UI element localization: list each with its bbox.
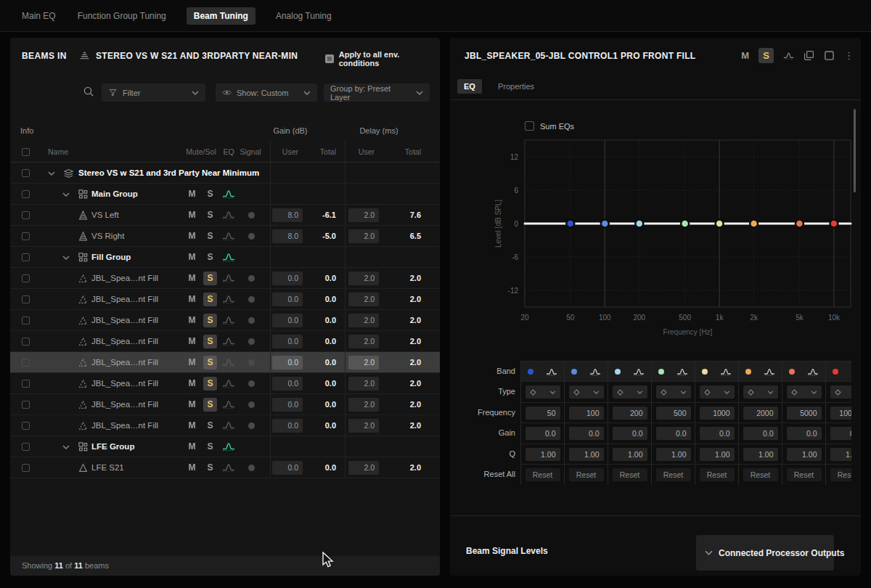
beam-signal-levels-label[interactable]: Beam Signal Levels (466, 546, 548, 556)
band-gain-input[interactable]: 0.0 (569, 427, 604, 440)
table-row-beam[interactable]: JBL_Spea…nt FillMS0.00.02.02.0 (10, 331, 440, 352)
table-row-beam[interactable]: JBL_Spea…nt FillMS0.00.02.02.0 (10, 373, 440, 394)
solo-button[interactable]: S (203, 377, 217, 391)
mute-button[interactable]: M (185, 440, 199, 454)
eq-curve-icon[interactable] (222, 378, 235, 388)
delay-user-input[interactable]: 2.0 (348, 335, 379, 348)
chevron-down-icon[interactable] (62, 192, 70, 197)
delay-user-input[interactable]: 2.0 (348, 293, 379, 306)
solo-button[interactable]: S (203, 419, 217, 433)
chevron-down-icon[interactable] (62, 445, 70, 449)
band-reset-button[interactable]: Reset (743, 468, 778, 481)
solo-button[interactable]: S (203, 229, 217, 243)
eq-curve-icon[interactable] (222, 189, 235, 199)
eq-curve-icon[interactable] (222, 273, 235, 283)
band-q-input[interactable]: 1.00 (787, 448, 822, 461)
connected-processor-outputs-button[interactable]: Connected Processor Outputs (696, 535, 834, 571)
nav-tab-analog-tuning[interactable]: Analog Tuning (274, 7, 333, 25)
mute-button[interactable]: M (185, 335, 199, 348)
eq-curve-icon[interactable] (222, 357, 235, 367)
nav-tab-function-group-tuning[interactable]: Function Group Tuning (76, 7, 168, 25)
band-gain-input[interactable]: 0.0 (700, 427, 735, 440)
reset-all-label[interactable]: Reset All (450, 464, 515, 485)
band-frequency-input[interactable]: 2000 (743, 407, 778, 420)
row-checkbox[interactable] (22, 274, 30, 282)
delay-user-input[interactable]: 2.0 (348, 398, 379, 412)
eq-curve-icon[interactable] (222, 231, 235, 241)
delay-user-input[interactable]: 2.0 (348, 419, 379, 433)
band-type-dropdown[interactable] (613, 385, 647, 399)
eq-curve-icon[interactable] (222, 252, 235, 262)
mute-button[interactable]: M (741, 50, 749, 61)
solo-button[interactable]: S (203, 440, 217, 454)
window-icon[interactable] (824, 50, 835, 61)
band-gain-input[interactable]: 0.0 (743, 427, 778, 440)
band-q-input[interactable]: 1.00 (526, 448, 560, 461)
show-dropdown[interactable]: Show: Custom (216, 83, 317, 102)
eq-curve-icon[interactable] (222, 420, 235, 430)
select-all-checkbox[interactable] (22, 148, 30, 156)
band-q-input[interactable]: 1.00 (656, 448, 691, 461)
band-gain-input[interactable]: 0.0 (656, 427, 691, 440)
mute-button[interactable]: M (185, 377, 199, 391)
gain-user-input[interactable]: 0.0 (272, 398, 303, 412)
solo-button[interactable]: S (203, 461, 217, 475)
band-reset-button[interactable]: Reset (700, 468, 735, 481)
mute-button[interactable]: M (185, 187, 199, 201)
eq-curve-icon[interactable] (222, 441, 235, 452)
mute-button[interactable]: M (185, 314, 199, 327)
mute-button[interactable]: M (185, 356, 199, 369)
band-select-button[interactable] (739, 362, 782, 382)
table-row-beam[interactable]: VS LeftMS8.0-6.12.07.6 (10, 205, 440, 226)
solo-button[interactable]: S (203, 250, 217, 264)
nav-tab-beam-tuning[interactable]: Beam Tuning (187, 7, 255, 25)
band-q-input[interactable]: 1.00 (743, 448, 778, 461)
band-reset-button[interactable]: Reset (656, 468, 691, 481)
row-checkbox[interactable] (22, 317, 30, 324)
copy-icon[interactable] (803, 50, 814, 61)
band-select-button[interactable] (782, 362, 825, 382)
mute-button[interactable]: M (185, 250, 199, 264)
delay-user-input[interactable]: 2.0 (348, 461, 379, 475)
solo-button[interactable]: S (203, 314, 217, 327)
band-type-dropdown[interactable] (700, 385, 735, 399)
table-row-beam[interactable]: JBL_Spea…nt FillMS0.00.02.02.0 (10, 394, 440, 415)
band-gain-input[interactable]: 0.0 (526, 427, 560, 440)
eq-curve-icon[interactable] (783, 50, 794, 61)
sum-eqs-checkbox[interactable] (525, 121, 534, 131)
band-frequency-input[interactable]: 50 (526, 407, 560, 420)
filter-input[interactable]: Filter (102, 83, 205, 102)
mute-button[interactable]: M (185, 419, 199, 433)
table-row-beam[interactable]: JBL_Spea…nt FillMS0.00.02.02.0 (10, 310, 440, 331)
scrollbar[interactable] (854, 109, 856, 192)
solo-button[interactable]: S (203, 356, 217, 369)
band-frequency-input[interactable]: 10000 (830, 407, 852, 420)
delay-user-input[interactable]: 2.0 (348, 271, 379, 285)
eq-curve-icon[interactable] (222, 294, 235, 304)
row-checkbox[interactable] (22, 169, 30, 177)
band-type-dropdown[interactable] (787, 385, 822, 399)
band-reset-button[interactable]: Reset (526, 468, 560, 481)
band-frequency-input[interactable]: 5000 (787, 407, 822, 420)
table-row-beam[interactable]: VS RightMS8.0-5.02.06.5 (10, 226, 440, 247)
band-q-input[interactable]: 1.00 (700, 448, 735, 461)
band-reset-button[interactable]: Reset (830, 468, 852, 481)
table-row-beam[interactable]: LFE S21MS0.00.02.02.0 (10, 457, 440, 478)
band-q-input[interactable]: 1.00 (569, 448, 604, 461)
mute-button[interactable]: M (185, 229, 199, 243)
band-q-input[interactable]: 1.00 (830, 448, 852, 461)
band-gain-input[interactable]: 0.0 (613, 427, 647, 440)
band-frequency-input[interactable]: 1000 (700, 407, 735, 420)
apply-env-checkbox[interactable] (325, 54, 334, 63)
band-type-dropdown[interactable] (656, 385, 691, 399)
solo-button[interactable]: S (203, 293, 217, 306)
eq-curve-icon[interactable] (222, 210, 235, 220)
mute-button[interactable]: M (185, 271, 199, 285)
row-checkbox[interactable] (22, 401, 30, 409)
band-select-button[interactable] (826, 362, 851, 382)
row-checkbox[interactable] (22, 232, 30, 240)
row-checkbox[interactable] (22, 359, 30, 367)
row-checkbox[interactable] (22, 295, 30, 303)
row-checkbox[interactable] (22, 443, 30, 451)
mute-button[interactable]: M (185, 208, 199, 222)
